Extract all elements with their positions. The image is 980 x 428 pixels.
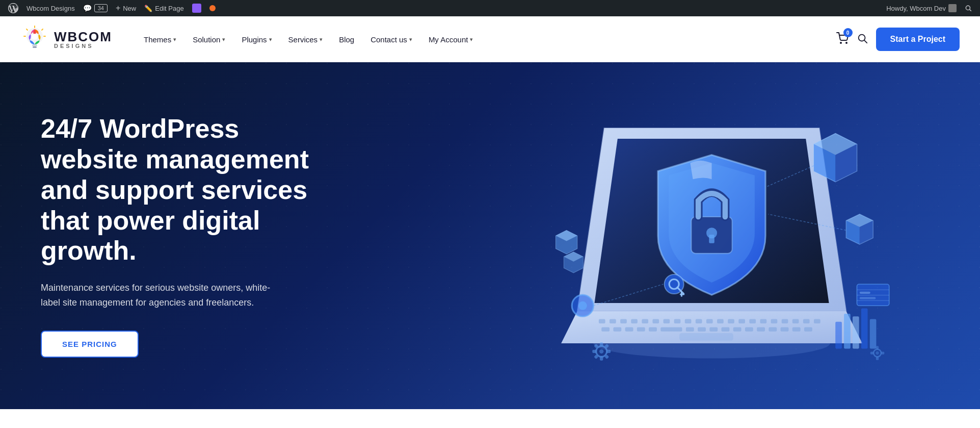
- svg-rect-79: [860, 292, 870, 294]
- svg-rect-48: [745, 327, 753, 331]
- svg-rect-17: [610, 319, 617, 323]
- cart-badge: 0: [843, 28, 853, 37]
- svg-rect-19: [631, 319, 638, 323]
- svg-rect-49: [757, 327, 765, 331]
- svg-rect-99: [836, 322, 842, 349]
- hero-title: 24/7 WordPress website management and su…: [41, 114, 326, 266]
- svg-rect-45: [710, 327, 718, 331]
- admin-new[interactable]: + New: [112, 0, 140, 16]
- nav-my-account[interactable]: My Account ▾: [422, 31, 480, 48]
- logo-text: WBCOM DESIGNS: [54, 30, 112, 49]
- svg-rect-22: [664, 319, 670, 323]
- svg-rect-37: [602, 327, 610, 331]
- svg-point-11: [840, 42, 841, 43]
- svg-rect-25: [696, 319, 702, 323]
- svg-rect-100: [844, 314, 851, 349]
- main-nav: Themes ▾ Solution ▾ Plugins ▾ Services ▾…: [138, 31, 836, 48]
- svg-rect-80: [860, 297, 876, 299]
- svg-rect-98: [881, 351, 884, 354]
- svg-rect-36: [814, 319, 820, 323]
- svg-point-12: [846, 42, 847, 43]
- svg-rect-21: [653, 319, 659, 323]
- svg-line-9: [27, 29, 28, 30]
- contact-chevron-icon: ▾: [409, 36, 412, 43]
- nav-solution[interactable]: Solution ▾: [187, 31, 231, 48]
- admin-site-name[interactable]: Wbcom Designs: [22, 0, 79, 16]
- hero-subtitle: Maintenance services for serious website…: [41, 281, 285, 310]
- svg-rect-16: [599, 319, 605, 323]
- nav-plugins[interactable]: Plugins ▾: [235, 31, 278, 48]
- svg-rect-46: [722, 327, 730, 331]
- svg-rect-87: [593, 350, 597, 353]
- svg-rect-26: [706, 319, 713, 323]
- svg-rect-54: [680, 333, 734, 341]
- svg-rect-97: [870, 351, 873, 354]
- nav-themes[interactable]: Themes ▾: [138, 31, 182, 48]
- svg-rect-24: [685, 319, 692, 323]
- svg-rect-77: [857, 295, 889, 295]
- svg-rect-35: [803, 319, 810, 323]
- nav-right: 0 Start a Project: [836, 28, 960, 51]
- svg-point-82: [578, 301, 587, 310]
- plugins-chevron-icon: ▾: [269, 36, 272, 43]
- svg-line-1: [970, 10, 971, 11]
- svg-point-84: [599, 349, 603, 354]
- svg-rect-102: [861, 308, 868, 348]
- svg-rect-5: [33, 46, 37, 48]
- svg-rect-42: [661, 327, 682, 331]
- admin-comments[interactable]: 💬 34: [79, 0, 112, 16]
- svg-rect-38: [614, 327, 622, 331]
- svg-rect-86: [600, 356, 603, 360]
- svg-rect-44: [698, 327, 706, 331]
- site-header: WBCOM DESIGNS Themes ▾ Solution ▾ Plugin…: [0, 16, 980, 62]
- admin-search[interactable]: [961, 5, 976, 12]
- svg-rect-76: [857, 290, 889, 290]
- svg-rect-32: [771, 319, 778, 323]
- solution-chevron-icon: ▾: [222, 36, 225, 43]
- nav-contact[interactable]: Contact us ▾: [364, 31, 418, 48]
- svg-rect-85: [600, 342, 603, 346]
- cart-icon[interactable]: 0: [836, 32, 849, 46]
- svg-rect-52: [792, 327, 801, 331]
- svg-rect-34: [792, 319, 799, 323]
- admin-edit-page[interactable]: ✏️ Edit Page: [140, 0, 188, 16]
- admin-bar: Wbcom Designs 💬 34 + New ✏️ Edit Page Ho…: [0, 0, 980, 16]
- svg-point-94: [876, 351, 879, 355]
- svg-rect-29: [739, 319, 746, 323]
- svg-rect-88: [606, 350, 611, 353]
- svg-rect-47: [733, 327, 741, 331]
- svg-rect-78: [857, 300, 889, 301]
- see-pricing-button[interactable]: SEE PRICING: [41, 331, 139, 358]
- hero-section: 24/7 WordPress website management and su…: [0, 62, 980, 409]
- svg-rect-43: [686, 327, 694, 331]
- admin-wbcom-icon[interactable]: [188, 0, 205, 16]
- site-logo[interactable]: WBCOM DESIGNS: [20, 25, 112, 54]
- svg-rect-40: [637, 327, 645, 331]
- services-chevron-icon: ▾: [320, 36, 323, 43]
- admin-howdy[interactable]: Howdy, Wbcom Dev: [882, 4, 961, 12]
- svg-rect-95: [876, 346, 879, 349]
- svg-rect-4: [32, 44, 37, 46]
- admin-orange-dot[interactable]: [205, 0, 220, 16]
- svg-rect-51: [781, 327, 789, 331]
- admin-bar-right: Howdy, Wbcom Dev: [882, 4, 976, 12]
- svg-rect-27: [718, 319, 724, 323]
- nav-blog[interactable]: Blog: [333, 31, 360, 48]
- account-chevron-icon: ▾: [470, 36, 473, 43]
- svg-rect-30: [750, 319, 756, 323]
- hero-content: 24/7 WordPress website management and su…: [41, 114, 326, 358]
- themes-chevron-icon: ▾: [173, 36, 176, 43]
- svg-rect-31: [760, 319, 767, 323]
- svg-line-14: [864, 40, 867, 43]
- svg-rect-18: [621, 319, 627, 323]
- hero-illustration: [412, 62, 980, 409]
- svg-rect-103: [870, 319, 877, 349]
- svg-rect-53: [804, 327, 812, 331]
- nav-services[interactable]: Services ▾: [282, 31, 329, 48]
- svg-rect-20: [642, 319, 649, 323]
- admin-wp-logo[interactable]: [4, 0, 22, 16]
- search-icon[interactable]: [857, 33, 868, 46]
- svg-rect-28: [728, 319, 735, 323]
- svg-rect-39: [625, 327, 633, 331]
- start-project-button[interactable]: Start a Project: [876, 28, 960, 51]
